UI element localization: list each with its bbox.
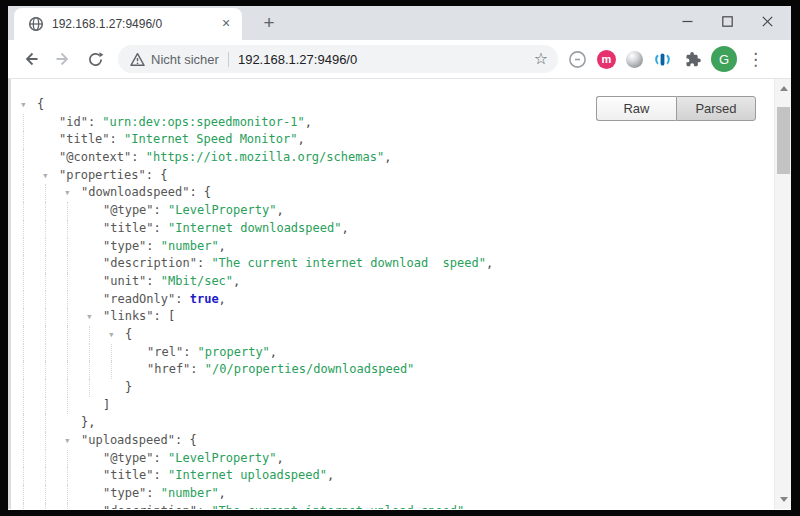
new-tab-button[interactable]: + — [256, 13, 282, 35]
arrow-spacer — [86, 503, 103, 509]
json-token-p: : — [175, 292, 189, 306]
json-token-str: "https://iot.mozilla.org/schemas" — [146, 150, 384, 164]
arrow-spacer — [86, 255, 103, 273]
collapse-arrow-icon[interactable]: ▾ — [64, 432, 81, 450]
json-token-key: "href" — [147, 362, 190, 376]
indent-guide — [23, 326, 24, 344]
indent-guide — [23, 414, 24, 432]
json-line: ▾"downloadspeed": { — [11, 184, 774, 202]
indent-guide — [45, 503, 46, 509]
indent-guide — [67, 220, 68, 238]
extensions-row: m G ⋮ — [568, 46, 763, 72]
close-window-icon[interactable] — [761, 15, 773, 27]
parsed-button[interactable]: Parsed — [676, 96, 756, 121]
indent-guide — [67, 238, 68, 256]
indent-guide — [67, 308, 68, 326]
indent-guide — [45, 202, 46, 220]
collapse-arrow-icon[interactable]: ▾ — [42, 167, 59, 185]
json-token-key: "title" — [103, 468, 154, 482]
indent-guide — [45, 308, 46, 326]
json-line: "description": "The current internet dow… — [11, 255, 774, 273]
indent-guide — [45, 450, 46, 468]
indent-guide — [45, 255, 46, 273]
tab-close-icon[interactable]: × — [218, 16, 234, 32]
json-line: "type": "number", — [11, 485, 774, 503]
indent-guide — [45, 467, 46, 485]
json-token-str: "number" — [161, 486, 219, 500]
indent-guide — [111, 361, 112, 379]
indent-guide — [45, 485, 46, 503]
scroll-up-icon[interactable] — [775, 81, 791, 96]
arrow-spacer — [86, 485, 103, 503]
indent-guide — [23, 397, 24, 415]
json-line: ▾"uploadspeed": { — [11, 432, 774, 450]
json-token-p: }, — [81, 415, 95, 429]
browser-tab[interactable]: 192.168.1.27:9496/0 × — [14, 8, 242, 40]
json-line: "unit": "Mbit/sec", — [11, 273, 774, 291]
indent-guide — [67, 202, 68, 220]
reload-icon[interactable] — [82, 46, 108, 72]
maximize-icon[interactable] — [721, 15, 733, 27]
indent-guide — [111, 344, 112, 362]
indent-guide — [67, 344, 68, 362]
indent-guide — [45, 220, 46, 238]
minimize-icon[interactable] — [681, 15, 693, 27]
json-token-p: : — [197, 256, 211, 270]
collapse-arrow-icon[interactable]: ▾ — [108, 326, 125, 344]
json-token-p: : — [190, 362, 204, 376]
json-line: "description": "The current internet upl… — [11, 503, 774, 509]
json-token-key: "properties" — [59, 168, 146, 182]
profile-avatar[interactable]: G — [711, 46, 737, 72]
json-token-str: "Internet Speed Monitor" — [124, 132, 297, 146]
indent-guide — [67, 273, 68, 291]
json-token-key: "links" — [103, 309, 154, 323]
indent-guide — [45, 273, 46, 291]
indent-guide — [23, 114, 24, 132]
json-token-p: : — [197, 504, 211, 509]
json-token-str: "Internet uploadspeed" — [168, 468, 327, 482]
tab-title: 192.168.1.27:9496/0 — [52, 17, 218, 31]
robot-extension-icon[interactable] — [653, 50, 672, 69]
indent-guide — [23, 432, 24, 450]
bookmark-star-icon[interactable]: ☆ — [534, 51, 548, 67]
pink-m-extension-icon[interactable]: m — [597, 50, 616, 69]
forward-icon[interactable] — [50, 46, 76, 72]
sphere-extension-icon[interactable] — [626, 51, 643, 68]
page-content: ▾{ "id": "urn:dev:ops:speedmonitor-1", "… — [8, 79, 791, 509]
json-line: "title": "Internet uploadspeed", — [11, 467, 774, 485]
back-icon[interactable] — [18, 46, 44, 72]
indent-guide — [45, 432, 46, 450]
collapse-arrow-icon[interactable]: ▾ — [64, 184, 81, 202]
json-line: "title": "Internet downloadspeed", — [11, 220, 774, 238]
json-line: "@context": "https://iot.mozilla.org/sch… — [11, 149, 774, 167]
arrow-spacer — [42, 131, 59, 149]
url-text[interactable]: 192.168.1.27:9496/0 — [238, 52, 534, 67]
json-token-key: "readOnly" — [103, 292, 175, 306]
collapse-arrow-icon[interactable]: ▾ — [20, 96, 37, 114]
json-token-key: "@type" — [103, 203, 154, 217]
json-token-p: , — [384, 150, 391, 164]
scroll-down-icon[interactable] — [775, 492, 791, 507]
json-token-p: , — [276, 203, 283, 217]
raw-button[interactable]: Raw — [596, 96, 676, 121]
collapse-arrow-icon[interactable]: ▾ — [86, 308, 103, 326]
json-token-key: "rel" — [147, 345, 183, 359]
security-label[interactable]: Nicht sicher — [151, 52, 219, 67]
indent-guide — [23, 273, 24, 291]
indent-guide — [45, 379, 46, 397]
json-line: "title": "Internet Speed Monitor", — [11, 131, 774, 149]
scrollbar[interactable] — [774, 79, 791, 509]
json-token-p: ] — [103, 398, 110, 412]
scrollbar-thumb[interactable] — [777, 107, 790, 174]
arrow-spacer — [86, 397, 103, 415]
extensions-puzzle-icon[interactable] — [682, 50, 701, 69]
address-bar[interactable]: Nicht sicher 192.168.1.27:9496/0 ☆ — [118, 45, 558, 73]
json-line: ▾"properties": { — [11, 167, 774, 185]
menu-kebab-icon[interactable]: ⋮ — [747, 49, 763, 70]
json-token-str: "The current internet download speed" — [211, 256, 486, 270]
indent-guide — [23, 344, 24, 362]
indent-guide — [67, 326, 68, 344]
json-token-p: , — [486, 256, 493, 270]
dashed-circle-extension-icon[interactable] — [568, 50, 587, 69]
indent-guide — [67, 397, 68, 415]
